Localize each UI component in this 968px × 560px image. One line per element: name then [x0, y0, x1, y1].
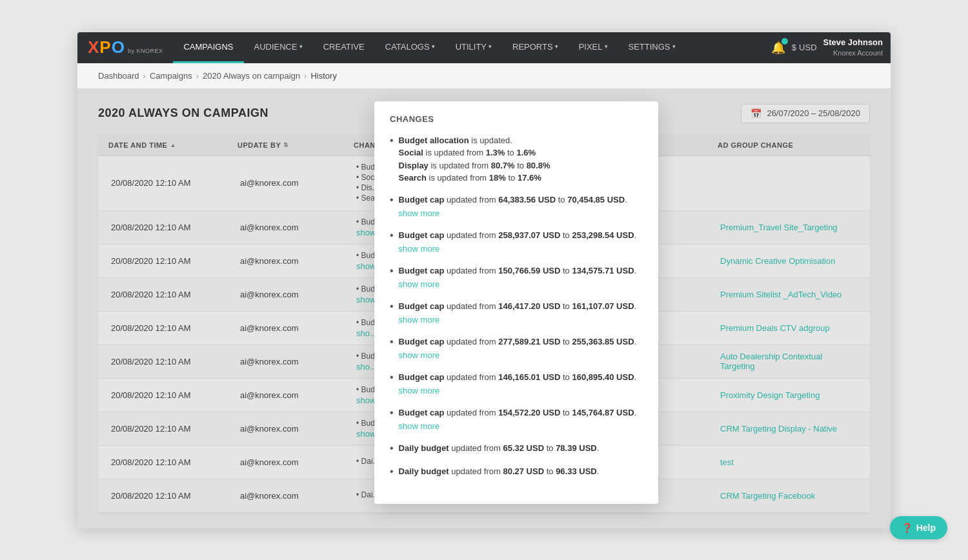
bullet-icon: •	[390, 405, 394, 421]
nav-menu: CAMPAIGNS AUDIENCE ▾ CREATIVE CATALOGS ▾…	[173, 32, 771, 63]
modal-item: • Daily budget updated from 80.27 USD to…	[390, 465, 643, 479]
nav-item-utility[interactable]: UTILITY ▾	[445, 32, 502, 63]
show-more-link[interactable]: show more	[399, 349, 637, 362]
modal-item-content: Budget cap updated from 146,165.01 USD t…	[399, 371, 637, 397]
main-window: XPO by KNOREX CAMPAIGNS AUDIENCE ▾ CREAT…	[77, 32, 891, 528]
breadcrumb-campaign-name[interactable]: 2020 Always on campaign	[203, 71, 300, 81]
modal-item: • Budget cap updated from 258,937.07 USD…	[390, 229, 643, 255]
modal-title: CHANGES	[390, 114, 643, 124]
modal-item-content: Budget allocation is updated. Social is …	[399, 134, 550, 185]
nav-right: 🔔 $ USD Steve Johnson Knorex Account	[771, 32, 891, 63]
bullet-icon: •	[390, 263, 394, 279]
currency-selector[interactable]: $ USD	[792, 43, 817, 52]
modal-item-content: Daily budget updated from 65.32 USD to 7…	[399, 442, 600, 455]
breadcrumb-sep: ›	[196, 71, 199, 81]
modal-item: • Budget cap updated from 277,589.21 USD…	[390, 335, 643, 362]
navbar: XPO by KNOREX CAMPAIGNS AUDIENCE ▾ CREAT…	[77, 32, 891, 63]
logo-area: XPO by KNOREX	[83, 32, 173, 63]
chevron-down-icon: ▾	[555, 43, 558, 50]
bullet-icon: •	[390, 228, 394, 243]
show-more-link[interactable]: show more	[399, 385, 637, 397]
dollar-icon: $	[792, 43, 796, 52]
modal-item-content: Budget cap updated from 258,937.07 USD t…	[399, 229, 637, 255]
breadcrumb-sep: ›	[304, 71, 307, 81]
chevron-down-icon: ▾	[605, 43, 608, 50]
main-content: 2020 ALWAYS ON CAMPAIGN 📅 26/07/2020 – 2…	[77, 88, 891, 528]
breadcrumb-current: History	[310, 71, 336, 81]
show-more-link[interactable]: show more	[399, 207, 627, 220]
bullet-icon: •	[390, 464, 394, 479]
modal-item-content: Budget cap updated from 146,417.20 USD t…	[399, 300, 637, 326]
help-icon: ❓	[902, 523, 913, 533]
bullet-icon: •	[390, 299, 394, 314]
bell-icon[interactable]: 🔔	[771, 41, 785, 55]
breadcrumb: Dashboard › Campaigns › 2020 Always on c…	[77, 63, 891, 88]
bullet-icon: •	[390, 334, 394, 350]
nav-item-campaigns[interactable]: CAMPAIGNS	[173, 32, 243, 63]
modal-item: • Budget cap updated from 150,766.59 USD…	[390, 265, 643, 291]
modal-item: • Budget cap updated from 146,165.01 USD…	[390, 371, 643, 397]
chevron-down-icon: ▾	[672, 43, 676, 50]
modal-item: • Budget cap updated from 64,383.56 USD …	[390, 194, 643, 220]
nav-item-settings[interactable]: SETTINGS ▾	[618, 32, 686, 63]
nav-item-creative[interactable]: CREATIVE	[313, 32, 375, 63]
modal-item: • Budget allocation is updated. Social i…	[390, 134, 643, 185]
bullet-icon: •	[390, 133, 394, 148]
modal-item: • Budget cap updated from 146,417.20 USD…	[390, 300, 643, 326]
bullet-icon: •	[390, 370, 394, 385]
breadcrumb-sep: ›	[143, 71, 146, 81]
chevron-down-icon: ▾	[432, 43, 435, 50]
modal-item: • Budget cap updated from 154,572.20 USD…	[390, 406, 643, 433]
show-more-link[interactable]: show more	[399, 278, 637, 291]
show-more-link[interactable]: show more	[399, 420, 637, 433]
logo-subtitle: by KNOREX	[128, 48, 163, 54]
nav-item-audience[interactable]: AUDIENCE ▾	[244, 32, 313, 63]
chevron-down-icon: ▾	[299, 43, 303, 50]
user-menu[interactable]: Steve Johnson Knorex Account	[823, 37, 883, 59]
breadcrumb-campaigns[interactable]: Campaigns	[150, 71, 192, 81]
nav-item-pixel[interactable]: PIXEL ▾	[569, 32, 618, 63]
modal-item-content: Budget cap updated from 277,589.21 USD t…	[399, 335, 637, 362]
bullet-icon: •	[390, 192, 394, 208]
modal-item-content: Daily budget updated from 80.27 USD to 9…	[399, 465, 600, 478]
show-more-link[interactable]: show more	[399, 243, 637, 255]
modal-item-content: Budget cap updated from 154,572.20 USD t…	[399, 406, 637, 433]
show-more-link[interactable]: show more	[399, 314, 637, 326]
notification-badge	[781, 38, 788, 45]
chevron-down-icon: ▾	[489, 43, 492, 50]
modal-overlay: CHANGES • Budget allocation is updated. …	[77, 88, 891, 528]
nav-item-reports[interactable]: REPORTS ▾	[502, 32, 569, 63]
modal-item-content: Budget cap updated from 150,766.59 USD t…	[399, 265, 637, 291]
logo: XPO by KNOREX	[88, 37, 163, 57]
help-button[interactable]: ❓ Help	[890, 516, 947, 539]
nav-item-catalogs[interactable]: CATALOGS ▾	[375, 32, 445, 63]
bullet-icon: •	[390, 441, 394, 456]
breadcrumb-dashboard[interactable]: Dashboard	[98, 71, 139, 81]
changes-modal: CHANGES • Budget allocation is updated. …	[374, 101, 658, 504]
modal-item: • Daily budget updated from 65.32 USD to…	[390, 442, 643, 456]
modal-item-content: Budget cap updated from 64,383.56 USD to…	[399, 194, 627, 220]
